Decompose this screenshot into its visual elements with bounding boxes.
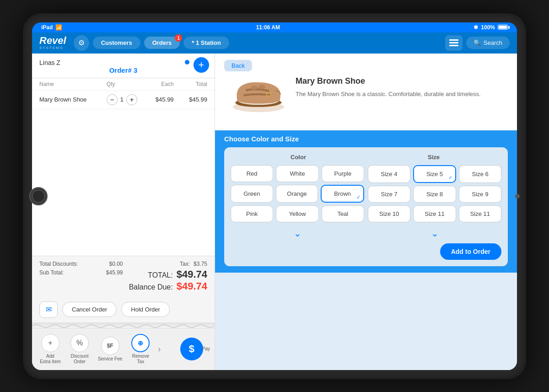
search-icon: 🔍 bbox=[474, 39, 481, 46]
left-panel: Linas Z Order# 3 + Name Qty Each Total M… bbox=[32, 54, 215, 370]
size-8[interactable]: Size 8 bbox=[413, 186, 456, 203]
gear-button[interactable]: ⚙ bbox=[74, 35, 89, 51]
station-button[interactable]: * 1 Station bbox=[183, 37, 229, 49]
battery-label: 100% bbox=[481, 24, 495, 31]
orders-badge: 1 bbox=[175, 34, 182, 42]
size-11a[interactable]: Size 11 bbox=[413, 205, 456, 222]
battery-icon bbox=[498, 25, 508, 30]
right-dot bbox=[515, 194, 520, 199]
size-11b[interactable]: Size 11 bbox=[459, 205, 501, 222]
add-extra-icon: + bbox=[41, 334, 59, 352]
toolbar-chevron[interactable]: › bbox=[156, 343, 162, 356]
color-size-section: Choose Color and Size Color Size Red Wh bbox=[215, 130, 517, 273]
color-brown[interactable]: Brown bbox=[321, 185, 364, 203]
toolbar-remove-tax[interactable]: ⊕ RemoveTax bbox=[127, 332, 154, 366]
table-row: Mary Brown Shoe − 1 + $45.99 $45.99 bbox=[32, 91, 215, 109]
color-orange[interactable]: Orange bbox=[276, 185, 318, 203]
product-description: The Mary Brown Shoe is a classic. Comfor… bbox=[296, 90, 508, 99]
search-button[interactable]: 🔍 Search bbox=[466, 37, 510, 49]
size-expand-button[interactable]: ⌄ bbox=[431, 228, 439, 239]
cancel-order-button[interactable]: Cancel Order bbox=[62, 302, 117, 317]
product-info: Mary Brown Shoe The Mary Brown Shoe is a… bbox=[296, 60, 508, 99]
add-item-button[interactable]: + bbox=[194, 57, 209, 73]
pay-icon: $ bbox=[189, 343, 194, 355]
subtotal-row: Sub Total: $45.99 bbox=[39, 269, 123, 276]
total-value: $49.74 bbox=[177, 268, 207, 280]
color-yellow[interactable]: Yellow bbox=[276, 205, 318, 222]
logo-area: Revel SYSTEMS bbox=[39, 36, 66, 50]
color-white[interactable]: White bbox=[276, 165, 318, 182]
service-fee-icon: $F bbox=[101, 337, 119, 355]
tax-row: Tax: $3.75 bbox=[180, 261, 207, 267]
station-label: * 1 Station bbox=[192, 39, 221, 46]
size-header: Size bbox=[366, 154, 501, 161]
color-teal[interactable]: Teal bbox=[322, 205, 364, 222]
back-button[interactable]: Back bbox=[224, 60, 252, 71]
options-cols: Red White Purple Green Orange bbox=[231, 165, 501, 239]
home-button[interactable] bbox=[29, 187, 48, 205]
status-bar: iPad 📶 11:06 AM ✱ 100% bbox=[32, 22, 517, 32]
logo-text: Revel bbox=[39, 36, 66, 46]
size-7[interactable]: Size 7 bbox=[368, 186, 410, 203]
svg-rect-1 bbox=[449, 42, 458, 43]
toolbar-service-fee[interactable]: $F Service Fee bbox=[95, 335, 125, 364]
qty-decrease-button[interactable]: − bbox=[107, 94, 118, 105]
toolbar-add-extra[interactable]: + AddExtra Item bbox=[37, 332, 64, 366]
size-col: Size 4 Size 5 Size 6 Size 7 Size 8 S bbox=[368, 165, 501, 239]
color-row-1: Red White Purple bbox=[231, 165, 364, 182]
options-header: Color Size bbox=[231, 154, 501, 161]
customers-button[interactable]: Customers bbox=[93, 37, 140, 49]
color-green[interactable]: Green bbox=[231, 185, 273, 203]
col-qty: Qty bbox=[107, 81, 140, 87]
device-frame: iPad 📶 11:06 AM ✱ 100% Revel SYSTEMS ⚙ C… bbox=[23, 13, 526, 379]
size-4[interactable]: Size 4 bbox=[368, 165, 410, 183]
main-content: Linas Z Order# 3 + Name Qty Each Total M… bbox=[32, 54, 517, 370]
qty-increase-button[interactable]: + bbox=[126, 94, 137, 105]
size-9[interactable]: Size 9 bbox=[459, 186, 501, 203]
size-6[interactable]: Size 6 bbox=[459, 165, 501, 183]
hold-order-button[interactable]: Hold Order bbox=[121, 302, 170, 317]
totals-grid: Total Discounts: $0.00 Sub Total: $45.99… bbox=[39, 261, 207, 292]
email-button[interactable]: ✉ bbox=[39, 301, 58, 318]
subtotal-value: $45.99 bbox=[106, 269, 123, 276]
shoe-image bbox=[229, 69, 288, 119]
tax-label: Tax: bbox=[180, 261, 190, 267]
color-red[interactable]: Red bbox=[231, 165, 273, 182]
customers-label: Customers bbox=[101, 39, 132, 46]
device-screen: iPad 📶 11:06 AM ✱ 100% Revel SYSTEMS ⚙ C… bbox=[32, 22, 517, 370]
orders-button[interactable]: Orders 1 bbox=[144, 37, 180, 49]
size-5[interactable]: Size 5 bbox=[413, 165, 457, 183]
product-title: Mary Brown Shoe bbox=[296, 76, 508, 86]
table-icon-button[interactable] bbox=[445, 35, 463, 51]
add-to-order-button[interactable]: Add to Order bbox=[440, 243, 501, 260]
balance-value: $49.74 bbox=[177, 280, 207, 292]
totals-area: Total Discounts: $0.00 Sub Total: $45.99… bbox=[32, 256, 215, 297]
status-time: 11:06 AM bbox=[256, 24, 280, 31]
qty-value: 1 bbox=[120, 96, 124, 103]
size-row-1: Size 4 Size 5 Size 6 bbox=[368, 165, 501, 183]
color-expand-button[interactable]: ⌄ bbox=[294, 228, 301, 239]
orders-label: Orders bbox=[152, 39, 172, 46]
status-left: iPad 📶 bbox=[41, 24, 62, 31]
action-buttons: ✉ Cancel Order Hold Order bbox=[32, 297, 215, 322]
item-each: $45.99 bbox=[140, 96, 173, 103]
section-title: Choose Color and Size bbox=[224, 135, 508, 143]
service-fee-label: Service Fee bbox=[98, 356, 122, 362]
color-purple[interactable]: Purple bbox=[322, 165, 364, 182]
order-number: Order# 3 bbox=[109, 66, 138, 74]
remove-tax-label: RemoveTax bbox=[132, 354, 149, 365]
discounts-value: $0.00 bbox=[109, 261, 123, 267]
size-10[interactable]: Size 10 bbox=[368, 205, 410, 222]
col-name: Name bbox=[39, 81, 107, 87]
svg-rect-7 bbox=[267, 94, 270, 96]
toolbar-discount[interactable]: % DiscountOrder bbox=[66, 332, 93, 366]
svg-point-4 bbox=[251, 86, 258, 90]
size-row-2: Size 7 Size 8 Size 9 bbox=[368, 186, 501, 203]
bottom-toolbar: + AddExtra Item % DiscountOrder $F bbox=[32, 328, 215, 370]
blue-dot bbox=[185, 60, 189, 64]
color-pink[interactable]: Pink bbox=[231, 205, 273, 222]
logo-sub: SYSTEMS bbox=[39, 46, 63, 50]
item-name: Mary Brown Shoe bbox=[39, 96, 107, 103]
balance-label: Balance Due: bbox=[129, 283, 173, 291]
pay-button[interactable]: $ bbox=[180, 338, 203, 360]
